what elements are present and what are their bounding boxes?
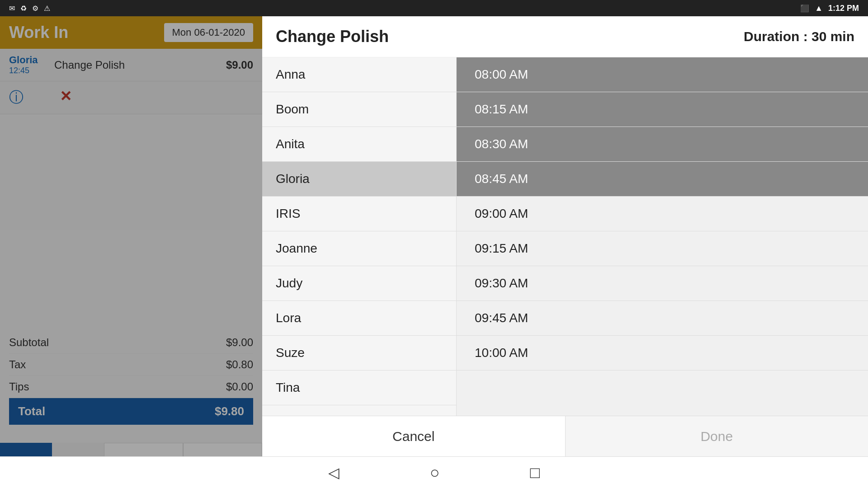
time-display: 1:12 PM <box>828 4 859 13</box>
time-item[interactable]: 10:00 AM <box>457 336 868 371</box>
cancel-button[interactable]: Cancel <box>262 416 566 456</box>
time-item[interactable]: 08:45 AM <box>457 162 868 197</box>
time-item[interactable]: 09:00 AM <box>457 197 868 231</box>
change-polish-dialog: Change Polish Duration : 30 min AnnaBoom… <box>262 16 868 456</box>
dialog-body: AnnaBoomAnitaGloriaIRISJoanneJudyLoraSuz… <box>262 57 868 416</box>
staff-item[interactable]: Boom <box>262 92 456 127</box>
status-bar-left: ✉ ♻ ⚙ ⚠ <box>9 4 50 13</box>
time-item[interactable]: 09:45 AM <box>457 301 868 336</box>
staff-item[interactable]: Anita <box>262 127 456 162</box>
staff-item[interactable]: Suze <box>262 336 456 371</box>
dialog-title: Change Polish <box>276 27 389 46</box>
recycle-icon: ♻ <box>20 4 27 13</box>
staff-item[interactable]: Judy <box>262 266 456 301</box>
staff-item[interactable]: Anna <box>262 57 456 92</box>
warning-icon: ⚠ <box>44 4 50 13</box>
settings-icon: ⚙ <box>32 4 38 13</box>
staff-item[interactable]: Tina <box>262 371 456 405</box>
staff-item[interactable]: IRIS <box>262 197 456 231</box>
time-item[interactable]: 08:15 AM <box>457 92 868 127</box>
wifi-icon: ▲ <box>815 4 823 13</box>
done-button[interactable]: Done <box>566 416 868 456</box>
dialog-duration: Duration : 30 min <box>744 29 854 44</box>
dialog-footer: Cancel Done <box>262 416 868 456</box>
time-item[interactable]: 08:30 AM <box>457 127 868 162</box>
cast-icon: ⬛ <box>800 4 809 13</box>
time-item[interactable]: 08:00 AM <box>457 57 868 92</box>
staff-item[interactable]: Lora <box>262 301 456 336</box>
time-item[interactable]: 09:30 AM <box>457 266 868 301</box>
nav-home-icon[interactable]: ○ <box>430 463 440 482</box>
status-bar: ✉ ♻ ⚙ ⚠ ⬛ ▲ 1:12 PM <box>0 0 868 16</box>
dialog-header: Change Polish Duration : 30 min <box>262 16 868 57</box>
status-bar-right: ⬛ ▲ 1:12 PM <box>800 4 859 13</box>
nav-bar: ◁ ○ □ <box>0 456 868 488</box>
nav-back-icon[interactable]: ◁ <box>328 464 340 481</box>
nav-recents-icon[interactable]: □ <box>530 463 540 482</box>
time-item[interactable]: 09:15 AM <box>457 231 868 266</box>
email-icon: ✉ <box>9 4 15 13</box>
staff-item[interactable]: Gloria <box>262 162 456 197</box>
staff-list: AnnaBoomAnitaGloriaIRISJoanneJudyLoraSuz… <box>262 57 457 416</box>
staff-item[interactable]: Joanne <box>262 231 456 266</box>
time-list: 08:00 AM08:15 AM08:30 AM08:45 AM09:00 AM… <box>457 57 868 416</box>
